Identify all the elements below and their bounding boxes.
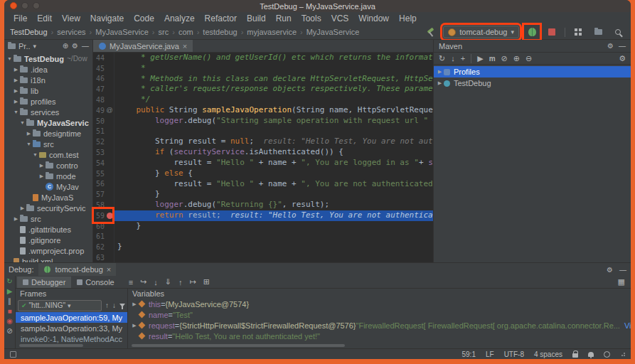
add-maven-project-icon[interactable]: + [461,54,465,63]
step-into-icon[interactable]: ↓ [154,278,158,287]
menu-code[interactable]: Code [129,14,159,23]
menu-navigate[interactable]: Navigate [85,14,129,23]
tree-item-securityservic[interactable]: ▶securityServic [4,203,92,213]
gutter[interactable]: 50 [93,116,114,127]
tree-item-myjavaservic[interactable]: ▼MyJavaServic [4,117,92,128]
tree-item-build-xml[interactable]: build.xml [4,256,92,262]
caret-position[interactable]: 59:1 [461,350,475,358]
execute-maven-goal-icon[interactable]: m [489,55,496,63]
variables-horizontal-scrollbar[interactable] [132,344,345,347]
tree-item-myjavas[interactable]: MyJavaS [4,192,92,203]
view-value-link[interactable]: View [624,321,631,330]
maven-item-profiles[interactable]: ▶Profiles [434,66,631,77]
pause-icon[interactable]: ∥ [8,298,11,305]
tree-toggle-icon[interactable]: ▶ [13,77,19,83]
close-tab-icon[interactable]: × [107,265,111,274]
evaluate-expression-icon[interactable]: ⊞ [203,277,210,287]
editor-tab-myjavaservice[interactable]: MyJavaService.java × [93,40,193,52]
code-area[interactable]: 44 * getUserName() and getUserId() etc w… [93,53,433,262]
build-button[interactable] [423,26,437,38]
gutter[interactable]: 49@ [93,105,114,116]
tree-item-lib[interactable]: ▶lib [4,85,92,96]
frame-item[interactable]: sampleJavaOperation:59, My [16,312,127,323]
tree-item--gitattributes[interactable]: .gitattributes [4,224,92,235]
tree-toggle-icon[interactable]: ▶ [38,163,45,168]
stop-debug-icon[interactable]: ■ [7,308,11,315]
filter-frames-icon[interactable] [119,304,125,307]
menu-analyze[interactable]: Analyze [159,14,200,23]
menu-view[interactable]: View [57,14,85,23]
maven-item-testdebug[interactable]: ▶TestDebug [434,77,631,89]
tree-toggle-icon[interactable]: ▶ [437,80,443,86]
tree-item-mode[interactable]: ▶mode [4,171,92,181]
stop-button[interactable] [545,26,559,38]
title-bar[interactable]: TestDebug – MyJavaService.java [4,0,631,12]
memory-indicator-icon[interactable] [604,351,610,358]
tree-toggle-icon[interactable]: ▼ [32,152,38,157]
tree-item-profiles[interactable]: ▶profiles [4,96,92,107]
resize-grip[interactable] [620,352,625,357]
tree-toggle-icon[interactable]: ▶ [13,99,19,105]
gutter[interactable]: 44 [93,53,114,63]
breadcrumb-item[interactable]: testdebug [203,28,237,36]
gutter[interactable]: 45 [93,63,114,74]
breadcrumb-item[interactable]: services [57,28,85,36]
tree-toggle-icon[interactable]: ▶ [13,216,19,222]
breadcrumb-item[interactable]: com [178,28,193,36]
tab-debugger[interactable]: Debugger [17,277,71,288]
chevron-down-icon[interactable]: ▾ [33,43,37,50]
tree-toggle-icon[interactable]: ▶ [437,69,443,75]
debug-session-tab[interactable]: tomcat-debug × [38,263,116,276]
line-separator[interactable]: LF [486,350,494,358]
tree-toggle-icon[interactable]: ▶ [131,301,138,307]
lock-icon[interactable] [572,353,578,358]
locate-file-icon[interactable]: ⊕ [63,42,68,50]
menu-help[interactable]: Help [394,14,422,23]
tree-toggle-icon[interactable]: ▶ [131,323,138,328]
tree-toggle-icon[interactable]: ▼ [13,109,19,114]
tree-toggle-icon[interactable]: ▼ [26,141,32,146]
collapse-all-icon[interactable]: ⊖ [525,54,532,63]
close-window-button[interactable] [10,2,17,9]
frame-item[interactable]: invoke0:-1, NativeMethodAcc [16,333,127,344]
debug-button[interactable] [525,26,539,38]
coverage-button[interactable] [571,26,585,38]
tree-item-src[interactable]: ▶src [4,213,92,224]
breadcrumb-item[interactable]: MyJavaService [95,28,149,36]
tree-item-contro[interactable]: ▶contro [4,160,92,171]
tree-item-testdebug[interactable]: ▼TestDebug~/Dow [4,53,92,64]
gear-icon[interactable]: ⚙ [72,42,78,50]
breadcrumb-item[interactable]: MyJavaService [306,28,360,36]
layout-settings-icon[interactable]: ▦ [618,277,625,287]
tree-item--wmproject-prop[interactable]: .wmproject.prop [4,245,92,256]
tab-console[interactable]: Console [71,277,119,288]
tree-toggle-icon[interactable]: ▼ [19,120,26,125]
tree-toggle-icon[interactable]: ▶ [38,173,45,179]
variable-request[interactable]: ▶request = {StrictHttpFirewall$StrictFir… [128,320,631,331]
tree-item-services[interactable]: ▼services [4,107,92,117]
gutter[interactable]: 48 [93,95,114,105]
gutter[interactable]: 47 [93,84,114,95]
tree-item-designtime[interactable]: ▶designtime [4,128,92,139]
gutter[interactable]: 61 [93,232,114,242]
reimport-icon[interactable]: ↻ [439,54,445,63]
gear-icon[interactable]: ⚙ [607,42,614,50]
gutter[interactable]: 53 [93,147,114,158]
tree-item-myjav[interactable]: CMyJav [4,181,92,192]
run-maven-goal-icon[interactable]: ▶ [477,54,483,63]
step-out-icon[interactable]: ↑ [178,278,183,287]
gutter[interactable]: 56 [93,179,114,190]
menu-window[interactable]: Window [353,14,394,23]
toolwindow-switcher-icon[interactable] [10,351,16,358]
frames-horizontal-scrollbar[interactable] [19,344,83,347]
expand-all-icon[interactable]: ⊕ [513,54,520,63]
menu-vcs[interactable]: VCS [326,14,354,23]
gear-icon[interactable]: ⚙ [607,266,613,274]
menu-run[interactable]: Run [271,14,297,23]
mute-breakpoints-icon[interactable]: ⊘ [6,328,12,335]
download-sources-icon[interactable]: ↓ [451,54,455,63]
tree-toggle-icon[interactable]: ▶ [26,131,32,136]
search-everywhere-button[interactable] [611,26,625,38]
notifications-icon[interactable] [588,352,594,357]
menu-tools[interactable]: Tools [297,14,326,23]
